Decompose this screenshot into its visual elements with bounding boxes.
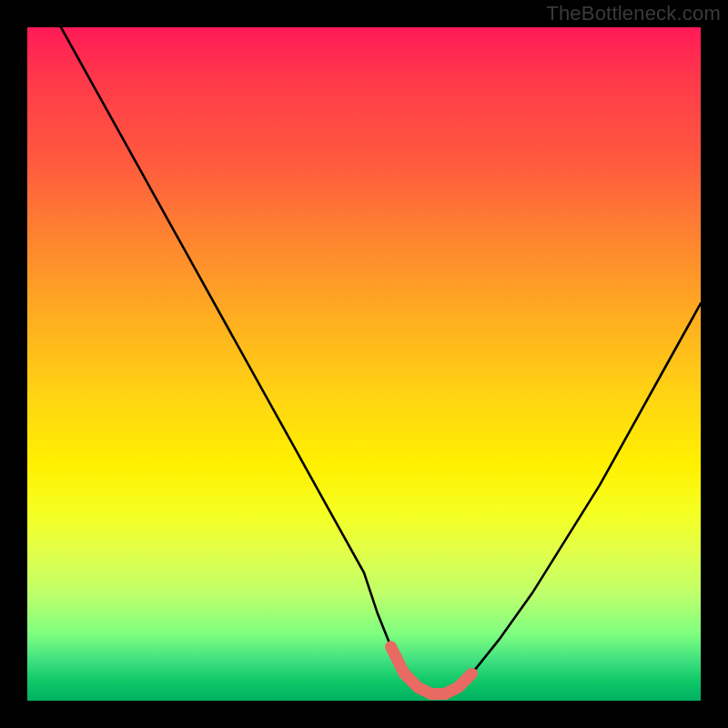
watermark-text: TheBottleneck.com xyxy=(546,2,721,25)
bottleneck-curve xyxy=(61,27,701,694)
chart-frame: TheBottleneck.com xyxy=(0,0,728,728)
plot-area xyxy=(27,27,701,701)
trough-highlight xyxy=(391,647,472,694)
curve-svg xyxy=(27,27,701,701)
